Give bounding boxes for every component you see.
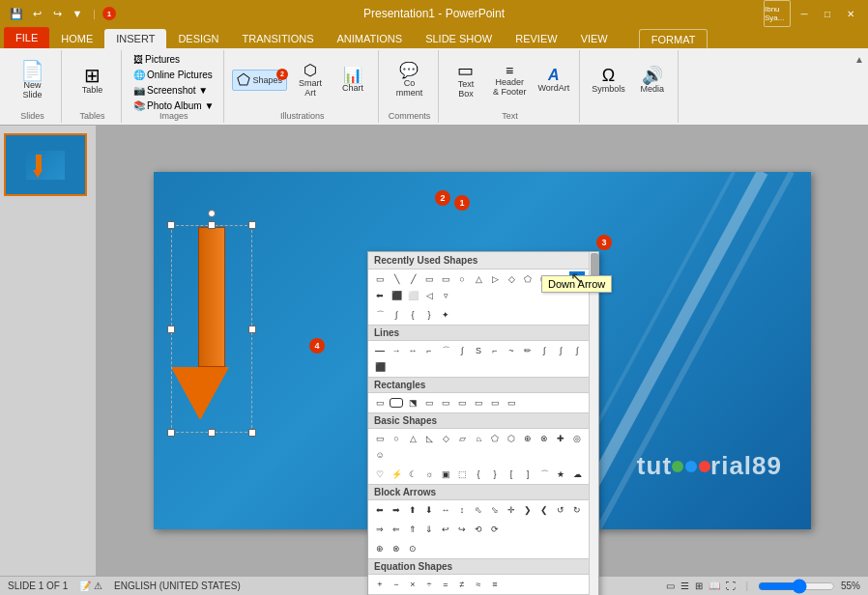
text-box-button[interactable]: ▭ TextBox xyxy=(447,60,485,100)
basic-rtri[interactable]: ◺ xyxy=(421,431,437,446)
ba-chevron-r[interactable]: ❯ xyxy=(520,502,535,518)
shape-sq2[interactable]: ⬜ xyxy=(405,288,420,303)
eq-equiv[interactable]: ≡ xyxy=(487,577,503,592)
rect-snipped[interactable]: ⬔ xyxy=(405,395,420,411)
handle-top-right[interactable] xyxy=(248,221,256,229)
tab-slideshow[interactable]: SLIDE SHOW xyxy=(414,29,504,48)
basic-ring[interactable]: ◎ xyxy=(569,431,585,446)
view-slide-sorter[interactable]: ⊞ xyxy=(695,581,703,591)
smartart-button[interactable]: ⬡ SmartArt xyxy=(291,61,330,99)
customize-qa-button[interactable]: ▼ xyxy=(69,5,86,22)
basic-star[interactable]: ★ xyxy=(553,467,568,482)
arrow-selection-container[interactable] xyxy=(171,225,252,433)
shape-triangle[interactable]: △ xyxy=(471,271,486,287)
pictures-button[interactable]: 🖼 Pictures xyxy=(130,52,184,67)
shape-brace1[interactable]: { xyxy=(405,307,420,323)
basic-brace-l[interactable]: { xyxy=(471,467,486,482)
tab-format[interactable]: FORMAT xyxy=(639,29,709,48)
ba-lr[interactable]: ↔ xyxy=(438,502,453,518)
shapes-scrollbar[interactable] xyxy=(589,252,598,595)
basic-oct[interactable]: ⊗ xyxy=(536,431,552,446)
basic-smiley[interactable]: ☺ xyxy=(372,447,388,463)
line-double-arrow[interactable]: ↔ xyxy=(405,343,420,358)
tab-view[interactable]: VIEW xyxy=(569,29,620,48)
ba-quad[interactable]: ✛ xyxy=(504,502,519,518)
ba-u-turn[interactable]: ⟲ xyxy=(471,522,486,537)
tab-review[interactable]: REVIEW xyxy=(504,29,568,48)
eq-approx[interactable]: ≈ xyxy=(471,577,486,592)
basic-cross[interactable]: ✚ xyxy=(553,431,568,446)
basic-sun[interactable]: ☼ xyxy=(421,467,437,482)
view-normal[interactable]: ▭ xyxy=(666,581,675,591)
handle-middle-right[interactable] xyxy=(248,326,256,333)
basic-lightning[interactable]: ⚡ xyxy=(389,467,404,482)
tab-transitions[interactable]: TRANSITIONS xyxy=(231,29,326,48)
tab-insert[interactable]: INSERT xyxy=(104,29,166,48)
ba-left[interactable]: ⬅ xyxy=(372,502,388,518)
ribbon-collapse[interactable]: ▲ xyxy=(854,50,864,123)
media-button[interactable]: 🔊 Media xyxy=(633,65,672,96)
basic-brace-r[interactable]: } xyxy=(487,467,503,482)
redo-button[interactable]: ↪ xyxy=(48,5,66,22)
ba-extra1[interactable]: ⊕ xyxy=(372,541,388,556)
ba-dr[interactable]: ⬂ xyxy=(487,502,503,518)
basic-pent[interactable]: ⬠ xyxy=(487,431,503,446)
line-freeform[interactable]: ~ xyxy=(504,343,519,358)
rect-r5[interactable]: ▭ xyxy=(487,395,503,411)
ba-ul[interactable]: ⬁ xyxy=(471,502,486,518)
basic-wave[interactable]: ⌒ xyxy=(536,467,552,482)
basic-para[interactable]: ▱ xyxy=(454,431,470,446)
line-curve2[interactable]: ∫ xyxy=(454,343,470,358)
handle-rotate[interactable] xyxy=(208,210,216,217)
basic-cloud[interactable]: ☁ xyxy=(569,467,585,482)
ba-u-turn2[interactable]: ⟳ xyxy=(487,522,503,537)
new-slide-button[interactable]: 📄 NewSlide xyxy=(14,59,52,101)
shape-left-arrow[interactable]: ⬅ xyxy=(372,288,388,303)
basic-moon[interactable]: ☾ xyxy=(405,467,420,482)
collapse-icon[interactable]: ▲ xyxy=(854,54,864,65)
close-button[interactable]: ✕ xyxy=(841,6,860,21)
online-pictures-button[interactable]: 🌐 Online Pictures xyxy=(130,68,217,82)
handle-top-left[interactable] xyxy=(167,221,175,229)
tab-design[interactable]: DESIGN xyxy=(166,29,230,48)
wordart-button[interactable]: A WordArt xyxy=(534,66,573,95)
line-s[interactable]: S xyxy=(471,343,486,358)
rect-r3[interactable]: ▭ xyxy=(454,395,470,411)
rect-r6[interactable]: ▭ xyxy=(504,395,519,411)
basic-circle[interactable]: ○ xyxy=(389,431,404,446)
basic-cube[interactable]: ⬚ xyxy=(454,467,470,482)
tab-animations[interactable]: ANIMATIONS xyxy=(326,29,415,48)
shape-curve[interactable]: ∫ xyxy=(389,307,404,323)
ba-circle-l[interactable]: ↻ xyxy=(569,502,585,518)
table-button[interactable]: ⊞ Table xyxy=(73,64,112,97)
basic-diamond[interactable]: ◇ xyxy=(438,431,453,446)
shape-rectangle[interactable]: ▭ xyxy=(372,271,388,287)
basic-hex[interactable]: ⬡ xyxy=(504,431,519,446)
line-scribble[interactable]: ✏ xyxy=(520,343,535,358)
line-c3[interactable]: ∫ xyxy=(569,343,585,358)
user-avatar[interactable]: Ibnu Sya... xyxy=(764,0,791,27)
shape-star4[interactable]: ✦ xyxy=(438,307,453,323)
comment-button[interactable]: 💬 Comment xyxy=(390,61,428,99)
line-c2[interactable]: ∫ xyxy=(553,343,568,358)
line-curve1[interactable]: ⌒ xyxy=(438,343,453,358)
ba-chevron-l[interactable]: ❮ xyxy=(536,502,552,518)
shape-diamond[interactable]: ◇ xyxy=(504,271,519,287)
shape-line1[interactable]: ╲ xyxy=(389,271,404,287)
ba-right[interactable]: ➡ xyxy=(389,502,404,518)
tab-file[interactable]: FILE xyxy=(4,27,49,48)
shape-rtarrow[interactable]: ▷ xyxy=(487,271,503,287)
maximize-button[interactable]: □ xyxy=(818,6,837,21)
shape-line2[interactable]: ╱ xyxy=(405,271,420,287)
shape-rect3[interactable]: ▭ xyxy=(438,271,453,287)
ba-circle-r[interactable]: ↺ xyxy=(553,502,568,518)
handle-bottom-left[interactable] xyxy=(167,429,175,437)
rect-basic[interactable]: ▭ xyxy=(372,395,388,411)
shape-brace2[interactable]: } xyxy=(421,307,437,323)
ba-down[interactable]: ⬇ xyxy=(421,502,437,518)
ba-ud[interactable]: ↕ xyxy=(454,502,470,518)
shape-down-tri[interactable]: ▿ xyxy=(438,288,453,303)
handle-bottom-middle[interactable] xyxy=(208,429,216,437)
view-outline[interactable]: ☰ xyxy=(680,581,689,591)
eq-times[interactable]: × xyxy=(405,577,420,592)
